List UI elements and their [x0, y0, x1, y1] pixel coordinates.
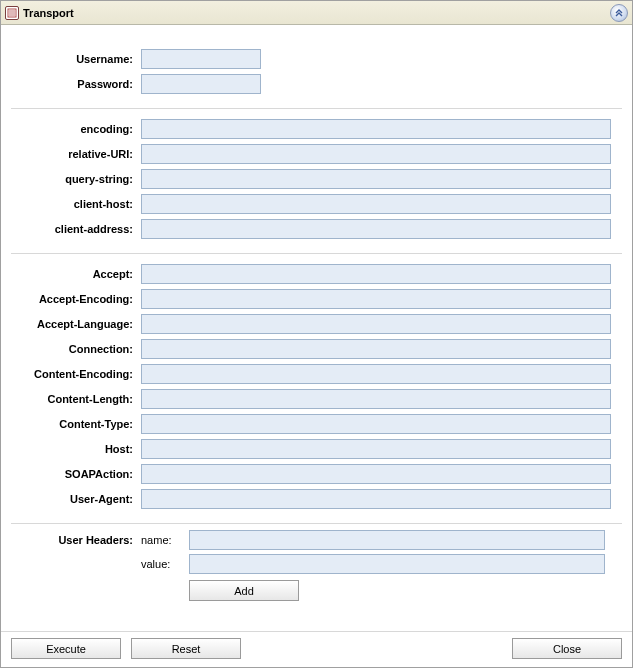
user-headers-label: User Headers:	[11, 530, 141, 546]
http-headers-section: Accept: Accept-Encoding: Accept-Language…	[11, 254, 622, 523]
user-header-name-input[interactable]	[189, 530, 605, 550]
transport-section: encoding: relative-URI: query-string: cl…	[11, 109, 622, 253]
footer-spacer	[251, 638, 502, 659]
client-address-label: client-address:	[11, 223, 141, 235]
encoding-input[interactable]	[141, 119, 611, 139]
host-label: Host:	[11, 443, 141, 455]
host-input[interactable]	[141, 439, 611, 459]
content-length-label: Content-Length:	[11, 393, 141, 405]
username-input[interactable]	[141, 49, 261, 69]
soapaction-input[interactable]	[141, 464, 611, 484]
user-agent-input[interactable]	[141, 489, 611, 509]
soapaction-label: SOAPAction:	[11, 468, 141, 480]
transport-panel: Transport Username: Password: encoding: …	[0, 0, 633, 668]
user-header-value-input[interactable]	[189, 554, 605, 574]
client-host-label: client-host:	[11, 198, 141, 210]
accept-encoding-label: Accept-Encoding:	[11, 293, 141, 305]
panel-title: Transport	[23, 7, 74, 19]
footer-bar: Execute Reset Close	[1, 631, 632, 667]
client-host-input[interactable]	[141, 194, 611, 214]
execute-button[interactable]: Execute	[11, 638, 121, 659]
accept-language-input[interactable]	[141, 314, 611, 334]
accept-encoding-input[interactable]	[141, 289, 611, 309]
collapse-button[interactable]	[610, 4, 628, 22]
password-input[interactable]	[141, 74, 261, 94]
auth-section: Username: Password:	[11, 39, 622, 108]
content-encoding-input[interactable]	[141, 364, 611, 384]
query-string-label: query-string:	[11, 173, 141, 185]
user-headers-section: User Headers: name: value: Add	[11, 524, 622, 611]
panel-header: Transport	[1, 1, 632, 25]
username-label: Username:	[11, 53, 141, 65]
content-encoding-label: Content-Encoding:	[11, 368, 141, 380]
add-button[interactable]: Add	[189, 580, 299, 601]
user-header-name-label: name:	[141, 534, 189, 546]
password-label: Password:	[11, 78, 141, 90]
accept-input[interactable]	[141, 264, 611, 284]
connection-input[interactable]	[141, 339, 611, 359]
encoding-label: encoding:	[11, 123, 141, 135]
user-header-value-label: value:	[141, 558, 189, 570]
relative-uri-input[interactable]	[141, 144, 611, 164]
reset-button[interactable]: Reset	[131, 638, 241, 659]
query-string-input[interactable]	[141, 169, 611, 189]
content-type-label: Content-Type:	[11, 418, 141, 430]
close-button[interactable]: Close	[512, 638, 622, 659]
client-address-input[interactable]	[141, 219, 611, 239]
content-length-input[interactable]	[141, 389, 611, 409]
accept-label: Accept:	[11, 268, 141, 280]
connection-label: Connection:	[11, 343, 141, 355]
user-agent-label: User-Agent:	[11, 493, 141, 505]
accept-language-label: Accept-Language:	[11, 318, 141, 330]
transport-icon	[5, 6, 19, 20]
relative-uri-label: relative-URI:	[11, 148, 141, 160]
panel-body: Username: Password: encoding: relative-U…	[1, 25, 632, 611]
content-type-input[interactable]	[141, 414, 611, 434]
